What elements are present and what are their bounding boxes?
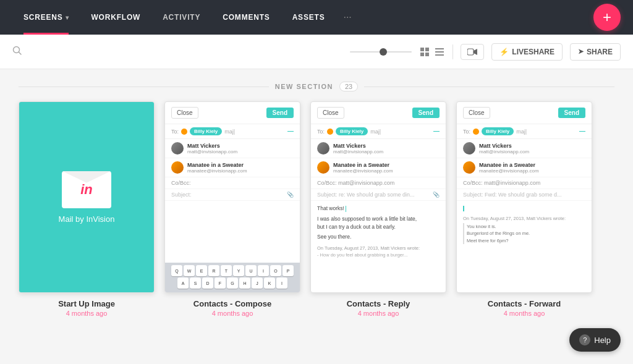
cc-row: Co/Bcc: [165,177,300,189]
svg-rect-4 [420,53,424,56]
to-chip: Billy Kiely [190,127,222,135]
card-time-compose: 4 months ago [212,310,253,317]
main-content: NEW SECTION 23 in Mail by InVision Start… [0,69,633,364]
slider-track [350,51,412,53]
card-forward[interactable]: Close Send To: Billy Kiely maj| — Matt V… [456,101,592,317]
grid-view-icon[interactable] [419,46,430,57]
card-time-reply: 4 months ago [358,310,399,317]
send-button-mock-reply: Send [412,108,440,118]
help-label: Help [594,336,611,345]
contact-row-reply-1: Matt Vickers matt@invisionapp.com [311,139,446,158]
zoom-slider[interactable] [350,51,412,53]
startup-thumb: in Mail by InVision [19,102,154,292]
nav-item-comments[interactable]: COMMENTS [211,0,281,35]
contact-row-fwd-1: Matt Vickers matt@invisionapp.com [457,139,592,158]
email-body-fwd: On Tuesday, August 27, 2013, Matt Vicker… [457,201,592,292]
card-thumb-startup: in Mail by InVision [19,101,155,293]
email-compose-card: Close Send To: Billy Kiely maj| — Matt V… [165,102,300,292]
card-reply[interactable]: Close Send To: Billy Kiely maj| — Matt V… [310,101,446,317]
card-compose[interactable]: Close Send To: Billy Kiely maj| — Matt V… [164,101,300,317]
svg-rect-3 [425,48,429,51]
nav-more-button[interactable]: ··· [336,12,359,23]
avatar-chip-reply [327,129,333,135]
section-count: 23 [339,82,358,91]
cc-row-fwd: Co/Bcc: matt@invisionapp.com [457,177,592,189]
help-button[interactable]: ? Help [569,328,621,352]
bolt-icon: ⚡ [499,48,509,56]
keyboard-mock: Q W E R T Y U I O P A [165,263,300,292]
contact-row-1: Matt Vickers matt@invisionapp.com [165,139,300,158]
avatar-1 [171,142,184,154]
nav-item-activity[interactable]: ACTIVITY [151,0,211,35]
contact-row-2: Manatee in a Sweater manatee@invisionapp… [165,158,300,177]
subject-row-fwd: Subject: Fwd: We should grab some d... [457,189,592,201]
nav-label-comments: COMMENTS [223,13,270,22]
list-view-icon[interactable] [434,46,445,57]
envelope-icon: in [62,171,111,208]
help-icon: ? [579,334,590,345]
avatar-fwd-2 [463,161,475,174]
share-arrow-icon: ➤ [578,48,584,56]
cards-row: in Mail by InVision Start Up Image 4 mon… [19,101,614,317]
startup-app-label: Mail by InVision [59,214,115,224]
nav-item-assets[interactable]: ASSETS [281,0,336,35]
card-label-reply: Contacts - Reply [347,299,410,308]
kb-row-2: A S D F G H J K I [166,277,299,289]
avatar-reply-2 [317,161,329,174]
share-button[interactable]: ➤ SHARE [570,43,621,61]
search-icon[interactable] [12,46,22,58]
card-label-compose: Contacts - Compose [193,299,271,308]
card-label-forward: Contacts - Forward [488,299,561,308]
close-button-mock-reply: Close [317,107,344,119]
kb-row-1: Q W E R T Y U I O P [166,265,299,276]
view-toggle [419,46,445,57]
svg-rect-2 [420,48,424,51]
camera-button[interactable] [461,44,484,60]
card-label-startup: Start Up Image [58,299,115,308]
toolbar: ⚡ LIVESHARE ➤ SHARE [0,35,633,69]
top-navigation: SCREENS ▾ WORKFLOW ACTIVITY COMMENTS ASS… [0,0,633,35]
add-button[interactable]: + [593,4,621,31]
close-button-mock: Close [171,107,198,119]
nav-label-screens: SCREENS [23,13,63,22]
email-header-compose: Close Send [165,102,300,124]
email-header-forward: Close Send [457,102,592,124]
card-thumb-reply: Close Send To: Billy Kiely maj| — Matt V… [310,101,446,293]
email-forward-card: Close Send To: Billy Kiely maj| — Matt V… [457,102,592,292]
avatar-chip [181,129,187,135]
to-row-forward: To: Billy Kiely maj| — [457,124,592,139]
section-title: NEW SECTION [275,83,333,90]
svg-rect-9 [467,49,474,55]
nav-item-workflow[interactable]: WORKFLOW [80,0,151,35]
contact-row-reply-2: Manatee in a Sweater manatee@invisionapp… [311,158,446,177]
svg-rect-8 [435,54,444,56]
divider [452,44,453,59]
avatar-fwd-1 [463,142,475,154]
svg-rect-6 [435,48,444,49]
nav-label-workflow: WORKFLOW [91,13,140,22]
to-chip-fwd: Billy Kiely [482,127,514,135]
email-reply-card: Close Send To: Billy Kiely maj| — Matt V… [311,102,446,292]
subject-row: Subject: 📎 [165,189,300,201]
nav-item-screens[interactable]: SCREENS ▾ [12,0,80,35]
card-startup[interactable]: in Mail by InVision Start Up Image 4 mon… [19,101,155,317]
liveshare-button[interactable]: ⚡ LIVESHARE [491,43,563,61]
card-thumb-forward: Close Send To: Billy Kiely maj| — Matt V… [456,101,592,293]
share-label: SHARE [587,48,613,56]
nav-items: SCREENS ▾ WORKFLOW ACTIVITY COMMENTS ASS… [12,0,621,35]
card-time-forward: 4 months ago [504,310,545,317]
send-button-mock: Send [266,108,294,118]
nav-label-assets: ASSETS [292,13,325,22]
section-header: NEW SECTION 23 [19,82,614,91]
card-thumb-compose: Close Send To: Billy Kiely maj| — Matt V… [164,101,300,293]
email-header-reply: Close Send [311,102,446,124]
slider-thumb [380,48,387,56]
to-chip-reply: Billy Kiely [336,127,368,135]
svg-rect-7 [435,51,444,53]
send-button-mock-fwd: Send [558,108,585,118]
svg-rect-5 [425,53,429,56]
chevron-down-icon: ▾ [66,14,69,21]
body-empty [165,201,300,263]
svg-line-1 [19,52,22,54]
email-body-reply: That works! I was also supposed to work … [311,201,446,292]
